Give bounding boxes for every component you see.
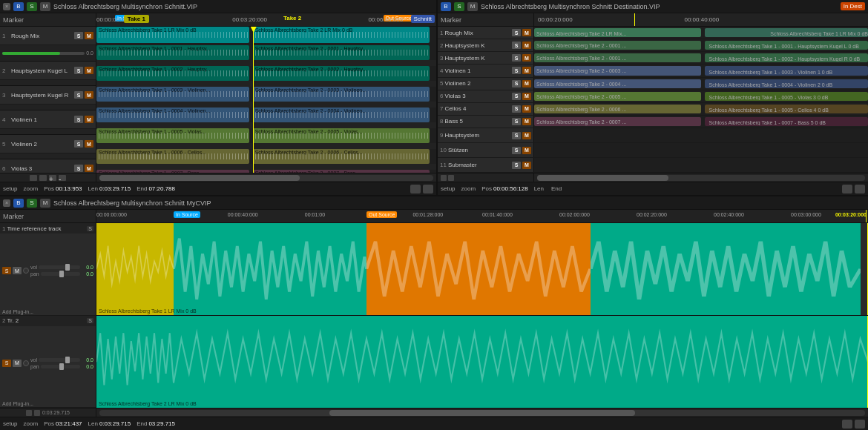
clip-lt-2a[interactable]: Schloss Albrechtsberg Take 1 - 0001 - Ha… [96,45,249,60]
track5-s-btn[interactable]: S [74,140,83,148]
bt-track2-s[interactable]: S [2,360,11,367]
track1-s-btn[interactable]: S [74,32,83,39]
rt-clip-4b[interactable]: Schloss Albrechtsberg Take 1 - 0004 - Vi… [705,79,869,88]
left-top-close-btn[interactable]: × [3,3,10,10]
zoom-out-btn[interactable]: - [59,175,66,181]
rt-track8-m[interactable]: M [522,132,531,139]
rt-track5-s[interactable]: S [512,93,521,100]
bt-track2-knob[interactable] [23,360,29,366]
track3-s-btn[interactable]: S [74,91,83,99]
clip-lt-6a[interactable]: Schloss Albrechtsberg Take 1 - 0005 - Vi… [96,128,249,143]
rt-fit-btn[interactable] [842,185,852,194]
rt-track4-m[interactable]: M [522,80,531,87]
bt-track1-plugin[interactable]: Add Plug-in... [0,308,96,315]
rt-clip-5b[interactable]: Schloss Albrechtsberg Take 1 - 0005 - Vi… [705,92,869,101]
clip-lt-7a[interactable]: Schloss Albrechtsberg Take 1 - 0006 - Ce… [96,149,249,164]
bt-track1-m[interactable]: M [13,267,22,274]
track2-s-btn[interactable]: S [74,67,83,74]
rt-track2-m[interactable]: M [522,54,531,62]
rt-track3-s[interactable]: S [512,67,521,74]
rt-track6-s[interactable]: S [512,105,521,113]
clip-lt-3b[interactable]: Schloss Albrechtsberg Take 2 - 0002 - Ha… [253,66,430,81]
rt-clip-2b[interactable]: Schloss Albrechtsberg Take 1 - 0002 - Ha… [705,53,869,62]
clip-lt-4a[interactable]: Schloss Albrechtsberg Take 1 - 0003 - Vi… [96,87,249,102]
rt-track4-s[interactable]: S [512,80,521,87]
rt-track7-m[interactable]: M [522,118,531,125]
clip-lt-2b[interactable]: Schloss Albrechtsberg Take 2 - 0001 - Ha… [253,45,430,60]
bt-track1-vol-fader[interactable] [39,265,80,269]
rt-clip-4a[interactable]: Schloss Albrechtsberg Take 2 - 0004 ... [534,79,701,88]
clip-lt-5a[interactable]: Schloss Albrechtsberg Take 1 - 0004 - Vi… [96,108,249,122]
rt-track8-s[interactable]: S [512,132,521,139]
bt-track2-vol-fader[interactable] [39,358,80,362]
bt-scroll-right[interactable] [34,410,40,416]
bottom-btn-m[interactable]: M [40,199,50,208]
rt-track9-s[interactable]: S [512,147,521,154]
rt-clip-3a[interactable]: Schloss Albrechtsberg Take 2 - 0003 ... [534,66,701,75]
scroll-right-btn[interactable] [39,175,47,181]
rt-track10-m[interactable]: M [522,162,531,169]
track3-m-btn[interactable]: M [85,91,93,99]
rt-clip-1a[interactable]: Schloss Albrechtsberg Take 2 - 0001 ... [534,41,701,50]
rt-btn-s[interactable]: S [454,2,464,11]
left-top-btn-b[interactable]: B [13,2,24,11]
bt-clip1-teal1[interactable] [174,223,366,315]
rt-clip-2a[interactable]: Schloss Albrechtsberg Take 2 - 0001 ... [534,53,701,62]
rt-clip-1b[interactable]: Schloss Albrechtsberg Take 1 - 0001 - Ha… [705,41,869,50]
clip-lt-3a[interactable]: Schloss Albrechtsberg Take 1 - 0002 - Ha… [96,66,249,81]
rt-track0-m[interactable]: M [522,29,531,36]
rt-clip-7b[interactable]: Schloss Albrechtsberg Take 1 - 0007 - Ba… [705,117,869,126]
rt-scroll-left[interactable] [441,175,447,181]
bt-fit-btn[interactable] [842,420,852,429]
rt-clip-7a[interactable]: Schloss Albrechtsberg Take 2 - 0007 ... [534,117,701,126]
track4-s-btn[interactable]: S [74,116,83,123]
rt-btn-b[interactable]: B [441,2,451,11]
track4-m-btn[interactable]: M [85,116,93,123]
track2-m-btn[interactable]: M [85,67,93,74]
clip-lt-1a[interactable]: Schloss Albrechtsberg Take 1 LR Mix 0 dB [96,27,249,43]
zoom-in-btn[interactable]: + [49,175,56,181]
bottom-scrollbar[interactable]: 0:03:29.715 [0,408,868,417]
rt-clip-5a[interactable]: Schloss Albrechtsberg Take 2 - 0005 ... [534,92,701,101]
rt-scroll-right[interactable] [448,175,454,181]
clip-lt-7b[interactable]: Schloss Albrechtsberg Take 2 - 0006 - Ce… [253,149,430,164]
bt-track2-s-btn[interactable]: S [87,318,93,323]
bottom-btn-s[interactable]: S [27,199,37,208]
rt-btn-m[interactable]: M [467,2,478,11]
bottom-btn-b[interactable]: B [13,199,24,208]
bt-track2-plugin[interactable]: Add Plug-in... [0,400,96,407]
left-top-btn-s[interactable]: S [27,2,37,11]
lt-zoom-fit-btn[interactable] [423,185,433,194]
rt-clip-6b[interactable]: Schloss Albrechtsberg Take 1 - 0005 - Ce… [705,105,869,113]
rt-track2-s[interactable]: S [512,54,521,62]
bt-scroll-left[interactable] [26,410,32,416]
scroll-left-btn[interactable] [30,175,37,181]
left-top-btn-m[interactable]: M [40,2,50,11]
rt-track0-s[interactable]: S [512,29,521,36]
clip-lt-8a[interactable]: Schloss Albrechtsberg Take 1 - 0007 - Ba… [96,170,249,173]
lt-fit-btn[interactable] [410,185,421,194]
rt-track5-m[interactable]: M [522,93,531,100]
bt-track1-s[interactable]: S [2,267,11,274]
bt-clip1-orange[interactable] [366,223,591,315]
bt-clip1-yellow[interactable] [96,223,174,315]
rt-clip-3b[interactable]: Schloss Albrechtsberg Take 1 - 0003 - Vi… [705,66,869,75]
rt-zoom-fit-btn[interactable] [855,185,865,194]
rt-track1-s[interactable]: S [512,42,521,49]
clip-lt-4b[interactable]: Schloss Albrechtsberg Take 2 - 0003 - Vi… [253,87,430,102]
bt-zoom-fit-btn[interactable] [855,420,865,429]
bt-track1-s-btn[interactable]: S [87,226,93,231]
track6-s-btn[interactable]: S [74,165,83,172]
rt-track3-m[interactable]: M [522,67,531,74]
bt-track2-m[interactable]: M [13,360,22,367]
left-top-scrollbar[interactable]: + - [0,173,436,182]
track1-m-btn[interactable]: M [85,32,93,39]
rt-clip-0a[interactable]: Schloss Albrechtsberg Take 2 LR Mix... [534,28,701,37]
clip-lt-5b[interactable]: Schloss Albrechtsberg Take 2 - 0004 - Vi… [253,108,430,122]
bt-clip1-teal2[interactable] [591,223,861,315]
clip-lt-8b[interactable]: Schloss Albrechtsberg Take 2 - 0007 - Ba… [253,170,430,173]
rt-track1-m[interactable]: M [522,42,531,49]
track6-m-btn[interactable]: M [85,165,93,172]
clip-lt-6b[interactable]: Schloss Albrechtsberg Take 2 - 0005 - Vi… [253,128,430,143]
bt-track1-knob[interactable] [23,268,29,274]
